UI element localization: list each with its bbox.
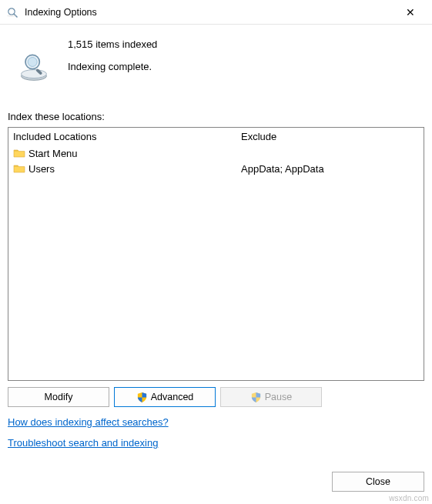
status-area: 1,515 items indexed Indexing complete. <box>0 25 432 88</box>
svg-point-6 <box>28 58 37 67</box>
close-row: Close <box>332 472 424 492</box>
folder-icon <box>13 163 25 174</box>
search-magnifier-icon <box>6 6 18 18</box>
list-item[interactable]: Users <box>13 161 232 176</box>
included-column: Included Locations Start Menu U <box>8 128 236 380</box>
button-label: Modify <box>45 392 73 402</box>
list-item[interactable]: Start Menu <box>13 145 232 161</box>
buttons-row: Modify Advanced Pause <box>8 387 424 407</box>
exclude-value: AppData; AppData <box>241 161 419 176</box>
pause-button: Pause <box>220 387 322 407</box>
indexed-count: 1,515 items indexed <box>68 38 157 50</box>
indexer-icon <box>0 49 68 83</box>
status-text: 1,515 items indexed Indexing complete. <box>68 38 157 72</box>
help-links: How does indexing affect searches? Troub… <box>8 415 424 456</box>
button-label: Advanced <box>151 392 194 402</box>
titlebar: Indexing Options ✕ <box>0 0 432 25</box>
window-title: Indexing Options <box>25 7 395 18</box>
location-name: Users <box>28 163 55 175</box>
troubleshoot-link[interactable]: Troubleshoot search and indexing <box>8 437 158 449</box>
howto-link[interactable]: How does indexing affect searches? <box>8 416 169 428</box>
index-locations-label: Index these locations: <box>8 111 432 122</box>
shield-icon <box>250 392 262 403</box>
location-name: Start Menu <box>28 148 78 159</box>
folder-icon <box>13 148 25 159</box>
button-label: Pause <box>265 392 292 402</box>
close-button[interactable]: Close <box>332 472 424 492</box>
svg-point-2 <box>7 15 16 17</box>
button-label: Close <box>366 476 390 487</box>
exclude-column: Exclude AppData; AppData <box>236 128 424 380</box>
locations-listbox[interactable]: Included Locations Start Menu U <box>8 127 424 381</box>
indexing-status: Indexing complete. <box>68 61 157 72</box>
included-header: Included Locations <box>13 131 232 142</box>
shield-icon <box>136 392 148 403</box>
exclude-header: Exclude <box>241 131 419 142</box>
watermark: wsxdn.com <box>389 494 429 502</box>
close-icon[interactable]: ✕ <box>395 1 426 24</box>
advanced-button[interactable]: Advanced <box>114 387 216 407</box>
modify-button[interactable]: Modify <box>8 387 109 407</box>
svg-point-4 <box>22 70 47 78</box>
